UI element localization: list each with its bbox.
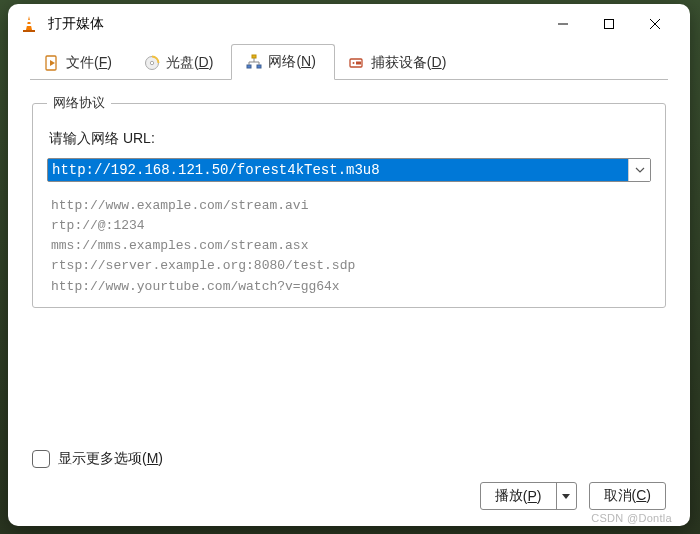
- more-options-label: 显示更多选项: [58, 450, 142, 466]
- tab-network-label: 网络: [268, 53, 296, 69]
- svg-rect-5: [605, 20, 614, 29]
- tab-disc-label: 光盘: [166, 54, 194, 70]
- tab-capture-hotkey: D: [432, 54, 442, 70]
- tab-capture-label: 捕获设备: [371, 54, 427, 70]
- tab-disc[interactable]: 光盘(D): [130, 46, 231, 80]
- play-button[interactable]: 播放(P): [480, 482, 577, 510]
- url-input[interactable]: [48, 159, 628, 181]
- disc-icon: [144, 55, 160, 71]
- svg-rect-21: [356, 62, 361, 65]
- svg-marker-0: [26, 16, 32, 30]
- cancel-button-label: 取消: [604, 487, 632, 503]
- svg-rect-13: [247, 65, 251, 68]
- maximize-button[interactable]: [586, 8, 632, 40]
- svg-marker-9: [50, 60, 55, 66]
- tab-disc-hotkey: D: [199, 54, 209, 70]
- tab-network-hotkey: N: [301, 53, 311, 69]
- svg-rect-2: [26, 24, 31, 26]
- tab-network[interactable]: 网络(N): [231, 44, 334, 80]
- network-protocol-group: 网络协议 请输入网络 URL: http://www.example.com/s…: [32, 94, 666, 308]
- tab-capture[interactable]: 捕获设备(D): [335, 46, 464, 80]
- group-title: 网络协议: [47, 94, 111, 112]
- dialog-window: 打开媒体 文件(F) 光盘(D) 网络(N): [8, 4, 690, 526]
- svg-rect-3: [23, 30, 35, 32]
- watermark: CSDN @Dontla: [591, 512, 672, 524]
- cancel-button[interactable]: 取消(C): [589, 482, 666, 510]
- combo-dropdown-arrow[interactable]: [628, 159, 650, 181]
- play-button-hotkey: P: [528, 488, 537, 504]
- svg-rect-12: [252, 55, 256, 58]
- svg-rect-1: [27, 20, 31, 22]
- window-title: 打开媒体: [48, 15, 530, 33]
- url-examples: http://www.example.com/stream.avi rtp://…: [51, 196, 647, 297]
- play-button-label: 播放: [495, 487, 523, 505]
- tab-file-hotkey: F: [99, 54, 108, 70]
- svg-point-11: [150, 61, 153, 64]
- file-play-icon: [44, 55, 60, 71]
- more-options-checkbox-row[interactable]: 显示更多选项(M): [32, 450, 163, 468]
- url-label: 请输入网络 URL:: [49, 130, 651, 148]
- close-button[interactable]: [632, 8, 678, 40]
- svg-marker-22: [562, 494, 570, 499]
- url-combobox[interactable]: [47, 158, 651, 182]
- minimize-button[interactable]: [540, 8, 586, 40]
- tab-file-label: 文件: [66, 54, 94, 70]
- tab-bar: 文件(F) 光盘(D) 网络(N) 捕获设备(D): [8, 44, 690, 80]
- cancel-button-hotkey: C: [636, 487, 646, 503]
- svg-rect-14: [257, 65, 261, 68]
- titlebar: 打开媒体: [8, 4, 690, 44]
- svg-point-20: [352, 62, 354, 64]
- network-icon: [246, 54, 262, 70]
- capture-device-icon: [349, 55, 365, 71]
- more-options-hotkey: M: [147, 450, 159, 466]
- vlc-cone-icon: [20, 15, 38, 33]
- more-options-checkbox[interactable]: [32, 450, 50, 468]
- play-button-dropdown[interactable]: [556, 483, 576, 509]
- tab-file[interactable]: 文件(F): [30, 46, 130, 80]
